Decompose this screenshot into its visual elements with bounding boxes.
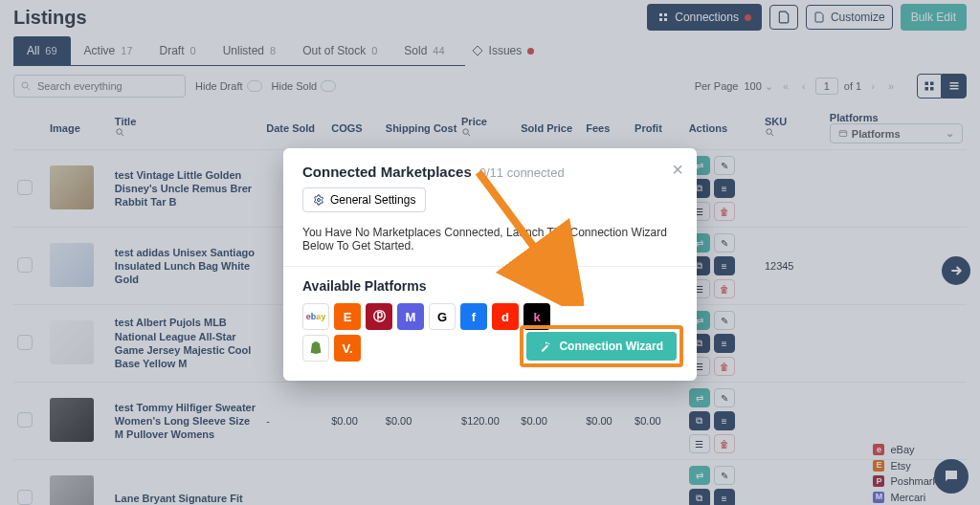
platform-shopify[interactable]	[302, 335, 329, 362]
modal-overlay[interactable]: × Connected Marketplaces 0/11 connected …	[0, 0, 980, 505]
svg-point-16	[318, 199, 321, 202]
available-platforms-heading: Available Platforms	[302, 278, 678, 294]
platform-facebook[interactable]: f	[460, 303, 487, 330]
wand-icon	[540, 340, 551, 352]
platform-ebay[interactable]: ebay	[302, 303, 329, 330]
platform-etsy[interactable]: E	[334, 303, 361, 330]
modal-message: You Have No Marketplaces Connected, Laun…	[302, 226, 678, 252]
available-platforms: ebay E ⓟ M G f d k V.	[302, 303, 551, 362]
platform-poshmark[interactable]: ⓟ	[366, 303, 392, 330]
modal-title: Connected Marketplaces	[302, 164, 472, 180]
close-icon[interactable]: ×	[672, 160, 683, 179]
platform-depop[interactable]: d	[492, 303, 519, 330]
general-settings-button[interactable]: General Settings	[302, 187, 426, 212]
wizard-highlight: Connection Wizard	[520, 325, 683, 367]
platform-mercari[interactable]: M	[397, 303, 424, 330]
gear-icon	[313, 194, 324, 206]
modal-subtitle: 0/11 connected	[479, 165, 565, 180]
platform-vestiaire[interactable]: V.	[334, 335, 361, 362]
connected-marketplaces-modal: × Connected Marketplaces 0/11 connected …	[283, 148, 697, 381]
connection-wizard-button[interactable]: Connection Wizard	[526, 332, 677, 361]
platform-grailed[interactable]: G	[429, 303, 456, 330]
